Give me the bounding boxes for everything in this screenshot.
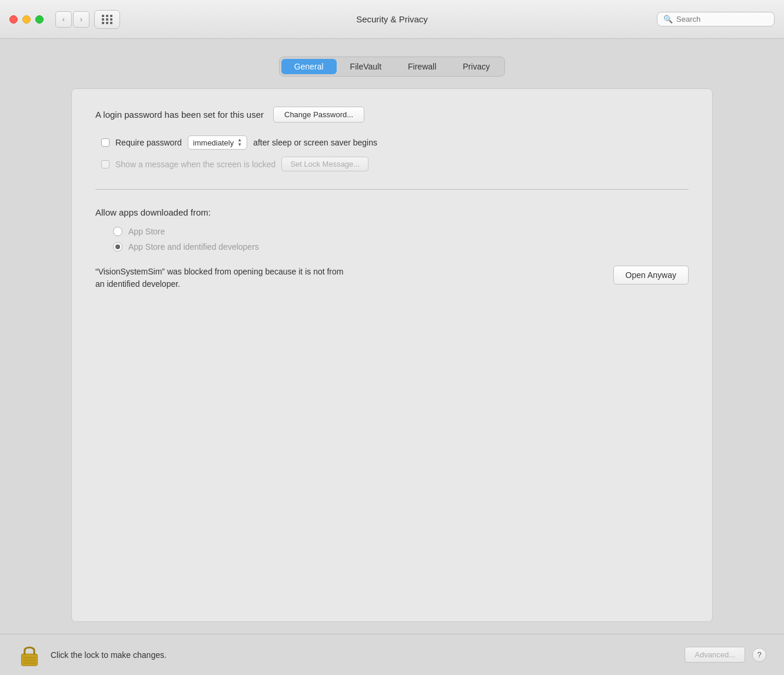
blocked-text-line2: an identified developer. — [95, 279, 180, 289]
help-button[interactable]: ? — [752, 648, 766, 662]
stepper-arrows: ▲ ▼ — [237, 138, 242, 147]
divider — [95, 189, 689, 190]
tab-bar: General FileVault Firewall Privacy — [279, 57, 505, 77]
radio-app-store-identified[interactable] — [113, 242, 122, 252]
radio-app-store[interactable] — [113, 227, 122, 236]
radio-identified-label: App Store and identified developers — [128, 242, 259, 252]
search-icon: 🔍 — [663, 15, 673, 24]
radio-row-identified: App Store and identified developers — [113, 242, 689, 252]
stepper-down-icon: ▼ — [237, 143, 242, 147]
allow-apps-label: Allow apps downloaded from: — [95, 207, 689, 217]
blocked-app-text: “VisionSystemSim” was blocked from openi… — [95, 266, 602, 290]
close-button[interactable] — [9, 15, 18, 24]
traffic-lights — [9, 15, 44, 24]
tab-filevault[interactable]: FileVault — [337, 59, 394, 74]
svg-rect-0 — [21, 654, 37, 666]
tab-firewall[interactable]: Firewall — [395, 59, 449, 74]
search-input[interactable] — [676, 15, 768, 24]
radio-app-store-label: App Store — [128, 227, 165, 236]
bottom-bar: Click the lock to make changes. Advanced… — [0, 634, 784, 675]
titlebar: ‹ › Security & Privacy 🔍 — [0, 0, 784, 39]
general-panel: A login password has been set for this u… — [71, 88, 713, 622]
password-row: A login password has been set for this u… — [95, 107, 689, 123]
main-content: General FileVault Firewall Privacy A log… — [0, 39, 784, 634]
blocked-app-row: “VisionSystemSim” was blocked from openi… — [95, 266, 689, 290]
require-password-checkbox[interactable] — [101, 138, 109, 147]
radio-row-app-store: App Store — [113, 227, 689, 236]
password-timing-value: immediately — [193, 138, 234, 147]
minimize-button[interactable] — [22, 15, 31, 24]
lock-text: Click the lock to make changes. — [51, 650, 167, 660]
open-anyway-button[interactable]: Open Anyway — [613, 266, 689, 284]
window-title: Security & Privacy — [356, 14, 428, 24]
lock-icon — [19, 643, 39, 667]
grid-button[interactable] — [94, 10, 120, 29]
lock-message-label: Show a message when the screen is locked — [115, 160, 275, 169]
password-timing-select[interactable]: immediately ▲ ▼ — [188, 135, 247, 150]
blocked-text-line1: “VisionSystemSim” was blocked from openi… — [95, 267, 343, 276]
back-button[interactable]: ‹ — [55, 11, 72, 28]
tab-general[interactable]: General — [281, 59, 337, 74]
password-label: A login password has been set for this u… — [95, 110, 264, 120]
search-box[interactable]: 🔍 — [657, 12, 775, 27]
require-password-label: Require password — [115, 138, 182, 147]
require-password-row: Require password immediately ▲ ▼ after s… — [101, 135, 689, 150]
change-password-button[interactable]: Change Password... — [273, 107, 364, 123]
back-icon: ‹ — [62, 15, 65, 24]
set-lock-message-button[interactable]: Set Lock Message... — [281, 157, 368, 171]
forward-icon: › — [80, 15, 82, 24]
svg-rect-2 — [23, 660, 36, 661]
bottom-right: Advanced... ? — [685, 647, 766, 663]
lock-message-checkbox[interactable] — [101, 160, 109, 168]
nav-buttons: ‹ › — [55, 11, 89, 28]
lock-message-row: Show a message when the screen is locked… — [101, 157, 689, 171]
after-sleep-label: after sleep or screen saver begins — [253, 138, 377, 147]
svg-rect-1 — [23, 657, 36, 658]
advanced-button[interactable]: Advanced... — [685, 647, 745, 663]
grid-icon — [102, 15, 113, 24]
lock-icon-wrap[interactable] — [18, 642, 41, 668]
maximize-button[interactable] — [35, 15, 44, 24]
radio-group: App Store App Store and identified devel… — [113, 227, 689, 252]
svg-rect-3 — [23, 662, 36, 663]
forward-button[interactable]: › — [73, 11, 89, 28]
tab-privacy[interactable]: Privacy — [450, 59, 503, 74]
